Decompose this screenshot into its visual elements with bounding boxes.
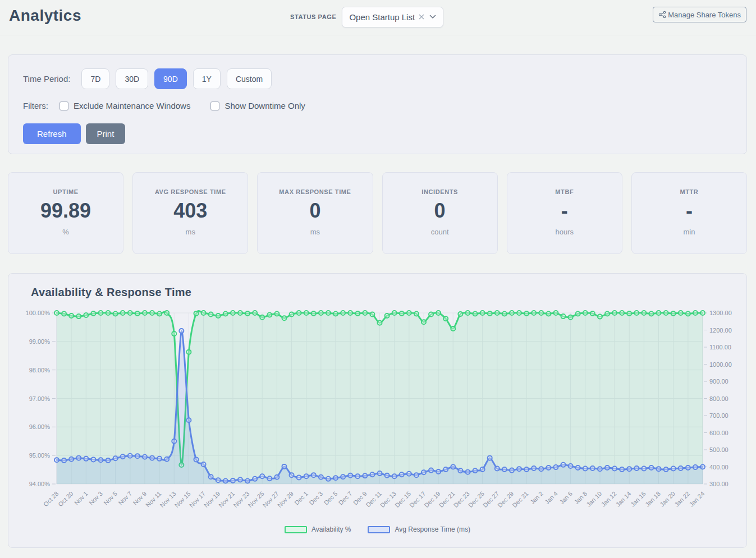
stat-card-avg-response: AVG RESPONSE TIME 403 ms bbox=[132, 172, 248, 254]
stat-card-max-response: MAX RESPONSE TIME 0 ms bbox=[257, 172, 373, 254]
svg-text:Nov 19: Nov 19 bbox=[203, 490, 221, 509]
exclude-maintenance-label: Exclude Maintenance Windows bbox=[74, 101, 190, 110]
legend-item-availability[interactable]: Availability % bbox=[285, 525, 351, 533]
svg-text:Dec 15: Dec 15 bbox=[393, 490, 412, 509]
show-downtime-label: Show Downtime Only bbox=[224, 101, 305, 110]
stat-unit: hours bbox=[507, 228, 622, 236]
svg-text:99.00%: 99.00% bbox=[29, 338, 51, 345]
stat-unit: ms bbox=[258, 228, 372, 236]
svg-text:Dec 31: Dec 31 bbox=[511, 490, 529, 509]
svg-text:Jan 10: Jan 10 bbox=[585, 490, 603, 508]
svg-text:Nov 21: Nov 21 bbox=[217, 490, 236, 509]
svg-text:1200.00: 1200.00 bbox=[709, 327, 732, 334]
show-downtime-checkbox[interactable] bbox=[210, 102, 219, 110]
legend-label: Avg Response Time (ms) bbox=[395, 525, 470, 533]
svg-text:Nov 23: Nov 23 bbox=[232, 490, 250, 509]
period-custom-button[interactable]: Custom bbox=[227, 68, 272, 89]
svg-text:Dec 1: Dec 1 bbox=[293, 490, 309, 506]
stat-unit: min bbox=[632, 228, 746, 236]
chart-panel: Availability & Response Time 100.00%99.0… bbox=[8, 273, 747, 548]
exclude-maintenance-checkbox-group[interactable]: Exclude Maintenance Windows bbox=[59, 101, 190, 110]
stat-label: AVG RESPONSE TIME bbox=[133, 188, 248, 195]
stat-label: UPTIME bbox=[8, 188, 123, 195]
show-downtime-checkbox-group[interactable]: Show Downtime Only bbox=[210, 101, 305, 110]
svg-text:800.00: 800.00 bbox=[709, 395, 728, 402]
svg-text:Nov 15: Nov 15 bbox=[173, 490, 192, 509]
svg-text:94.00%: 94.00% bbox=[29, 481, 51, 487]
status-page-selector-group: STATUS PAGE Open Startup List bbox=[290, 4, 443, 29]
svg-text:Dec 27: Dec 27 bbox=[482, 490, 500, 509]
stat-unit: ms bbox=[133, 228, 248, 236]
svg-text:Jan 20: Jan 20 bbox=[658, 490, 676, 508]
filters-label: Filters: bbox=[23, 101, 48, 110]
svg-text:95.00%: 95.00% bbox=[29, 452, 51, 459]
svg-text:Oct 28: Oct 28 bbox=[42, 490, 59, 508]
chevron-down-icon bbox=[429, 15, 436, 19]
manage-share-tokens-button[interactable]: Manage Share Tokens bbox=[653, 7, 746, 22]
svg-text:Dec 3: Dec 3 bbox=[308, 490, 324, 506]
svg-text:1300.00: 1300.00 bbox=[709, 310, 732, 316]
svg-text:Nov 5: Nov 5 bbox=[102, 490, 118, 506]
stat-label: MTBF bbox=[507, 188, 622, 195]
svg-text:Nov 29: Nov 29 bbox=[276, 490, 295, 509]
svg-text:Dec 21: Dec 21 bbox=[438, 490, 456, 509]
svg-text:Dec 25: Dec 25 bbox=[467, 490, 485, 509]
svg-text:Jan 18: Jan 18 bbox=[644, 490, 662, 508]
svg-text:700.00: 700.00 bbox=[709, 412, 728, 419]
svg-text:Nov 17: Nov 17 bbox=[188, 490, 207, 509]
response-time-swatch-icon bbox=[368, 526, 390, 533]
stat-value: - bbox=[632, 199, 746, 223]
svg-text:Dec 17: Dec 17 bbox=[408, 490, 427, 509]
svg-text:Nov 13: Nov 13 bbox=[159, 490, 177, 509]
stat-label: MTTR bbox=[632, 188, 746, 195]
svg-text:1000.00: 1000.00 bbox=[709, 361, 732, 368]
svg-text:Jan 16: Jan 16 bbox=[629, 490, 647, 508]
svg-text:Nov 27: Nov 27 bbox=[262, 490, 280, 509]
svg-text:300.00: 300.00 bbox=[709, 481, 728, 487]
svg-text:96.00%: 96.00% bbox=[29, 423, 51, 430]
exclude-maintenance-checkbox[interactable] bbox=[59, 102, 68, 110]
legend-label: Availability % bbox=[311, 525, 351, 533]
svg-text:600.00: 600.00 bbox=[709, 430, 728, 436]
svg-text:Dec 5: Dec 5 bbox=[323, 490, 339, 506]
stat-card-uptime: UPTIME 99.89 % bbox=[8, 172, 123, 254]
svg-text:Nov 3: Nov 3 bbox=[88, 490, 104, 506]
status-page-label: STATUS PAGE bbox=[290, 13, 336, 20]
svg-text:Jan 4: Jan 4 bbox=[543, 490, 559, 506]
legend-item-response-time[interactable]: Avg Response Time (ms) bbox=[368, 525, 470, 533]
svg-text:97.00%: 97.00% bbox=[29, 395, 51, 402]
svg-text:100.00%: 100.00% bbox=[26, 310, 51, 316]
svg-text:900.00: 900.00 bbox=[709, 378, 728, 385]
stat-value: - bbox=[507, 199, 622, 223]
period-90d-button[interactable]: 90D bbox=[154, 68, 187, 89]
svg-text:1100.00: 1100.00 bbox=[709, 344, 731, 351]
svg-text:Dec 7: Dec 7 bbox=[337, 490, 354, 506]
chart-title: Availability & Response Time bbox=[31, 286, 733, 299]
svg-text:Dec 29: Dec 29 bbox=[496, 490, 515, 509]
stat-label: MAX RESPONSE TIME bbox=[258, 188, 372, 195]
period-7d-button[interactable]: 7D bbox=[81, 68, 109, 89]
availability-response-chart: 100.00%99.00%98.00%97.00%96.00%95.00%94.… bbox=[22, 301, 734, 523]
svg-text:500.00: 500.00 bbox=[709, 446, 728, 453]
stat-unit: count bbox=[383, 228, 497, 236]
print-button[interactable]: Print bbox=[86, 123, 126, 144]
svg-text:Jan 6: Jan 6 bbox=[558, 490, 574, 506]
clear-selection-icon[interactable] bbox=[419, 14, 424, 20]
svg-text:400.00: 400.00 bbox=[709, 464, 728, 471]
status-page-select[interactable]: Open Startup List bbox=[342, 7, 443, 27]
svg-text:98.00%: 98.00% bbox=[29, 367, 51, 373]
header: Analytics STATUS PAGE Open Startup List … bbox=[0, 0, 756, 35]
svg-text:Nov 7: Nov 7 bbox=[117, 490, 133, 506]
svg-text:Jan 24: Jan 24 bbox=[688, 490, 706, 508]
refresh-button[interactable]: Refresh bbox=[23, 123, 81, 144]
period-1y-button[interactable]: 1Y bbox=[193, 68, 221, 89]
time-period-row: Time Period: 7D 30D 90D 1Y Custom bbox=[23, 68, 732, 89]
manage-share-tokens-label: Manage Share Tokens bbox=[668, 11, 741, 19]
period-30d-button[interactable]: 30D bbox=[116, 68, 148, 89]
status-page-selected-value: Open Startup List bbox=[349, 12, 415, 22]
availability-swatch-icon bbox=[285, 526, 307, 533]
time-period-label: Time Period: bbox=[23, 74, 70, 84]
stat-label: INCIDENTS bbox=[383, 188, 497, 195]
filters-row: Filters: Exclude Maintenance Windows Sho… bbox=[23, 101, 732, 110]
stat-value: 403 bbox=[133, 199, 248, 223]
